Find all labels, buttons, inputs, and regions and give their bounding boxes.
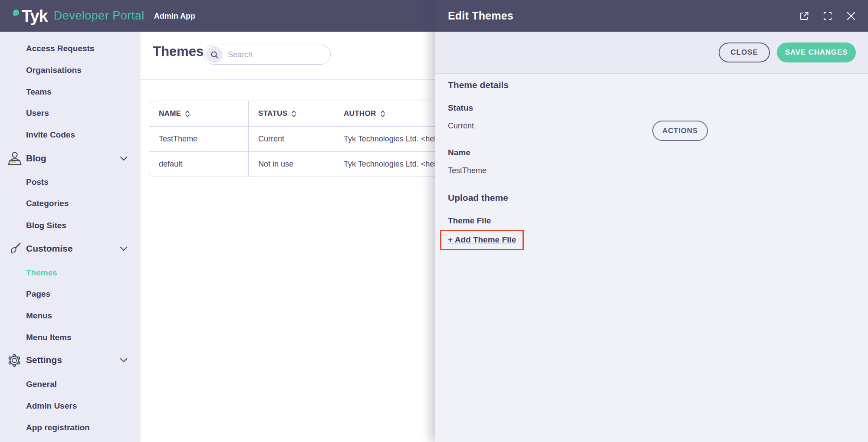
sidebar-section-blog[interactable]: Blog	[0, 147, 140, 169]
sidebar-item-organisations[interactable]: Organisations	[0, 59, 140, 81]
blog-icon	[7, 151, 22, 166]
save-changes-button[interactable]: SAVE CHANGES	[777, 43, 856, 62]
sidebar-item-general[interactable]: General	[0, 373, 140, 395]
sidebar-item-access-requests[interactable]: Access Requests	[0, 38, 140, 59]
drawer-toolbar: CLOSE SAVE CHANGES	[435, 32, 868, 74]
sort-icon[interactable]	[185, 110, 190, 118]
sidebar-item-invite-codes[interactable]: Invite Codes	[0, 124, 140, 146]
search-box[interactable]	[204, 45, 331, 65]
tyk-logo[interactable]: Tyk Developer Portal	[13, 8, 145, 24]
chevron-down-icon[interactable]	[120, 156, 128, 161]
sidebar-section-label: Settings	[26, 355, 62, 365]
chevron-down-icon[interactable]	[120, 358, 128, 363]
sidebar-item-menu-items[interactable]: Menu Items	[0, 327, 140, 348]
drawer-header: Edit Themes	[435, 0, 868, 32]
drawer-title: Edit Themes	[448, 10, 513, 22]
sidebar-item-teams[interactable]: Teams	[0, 81, 140, 103]
status-value: Current	[448, 121, 474, 131]
sidebar-nav: Access Requests Organisations Teams User…	[0, 32, 140, 442]
sidebar-item-blog-sites[interactable]: Blog Sites	[0, 215, 140, 236]
search-input[interactable]	[228, 50, 315, 59]
admin-app-label: Admin App	[154, 11, 195, 21]
close-button[interactable]: CLOSE	[719, 43, 770, 62]
brand-name: Tyk	[22, 8, 48, 24]
sort-icon[interactable]	[291, 110, 296, 118]
edit-themes-drawer: Edit Themes	[435, 0, 868, 442]
expand-icon	[823, 11, 832, 21]
column-header-name[interactable]: NAME	[149, 101, 249, 126]
column-header-status[interactable]: STATUS	[249, 101, 334, 126]
add-theme-file-link[interactable]: + Add Theme File	[448, 235, 516, 244]
cell-name: default	[149, 152, 249, 177]
app-screen: Tyk Developer Portal Admin App Access Re…	[0, 0, 868, 442]
theme-details-heading: Theme details	[448, 80, 509, 90]
sidebar-section-label: Blog	[26, 153, 46, 163]
brand-product: Developer Portal	[54, 9, 145, 23]
theme-file-label: Theme File	[448, 216, 491, 226]
cell-status: Not in use	[249, 152, 334, 177]
sidebar-item-app-registration[interactable]: App registration	[0, 417, 140, 439]
sidebar-item-menus[interactable]: Menus	[0, 305, 140, 327]
drawer-body: Theme details Status Current ACTIONS Nam…	[435, 74, 868, 442]
sidebar-section-label: Customise	[26, 243, 72, 253]
search-icon	[210, 51, 219, 59]
name-label: Name	[448, 148, 470, 157]
drawer-header-icons	[799, 0, 857, 32]
sidebar-item-pages[interactable]: Pages	[0, 283, 140, 305]
upload-theme-heading: Upload theme	[448, 193, 508, 203]
sidebar-item-posts[interactable]: Posts	[0, 171, 140, 193]
sidebar-section-customise[interactable]: Customise	[0, 238, 140, 259]
sidebar-item-admin-users[interactable]: Admin Users	[0, 395, 140, 417]
sidebar-item-themes[interactable]: Themes	[0, 262, 140, 284]
sort-icon[interactable]	[380, 110, 385, 118]
add-theme-file-highlight-box: + Add Theme File	[440, 230, 524, 250]
sidebar-section-settings[interactable]: Settings	[0, 349, 140, 371]
external-link-icon	[799, 11, 809, 21]
sidebar-item-categories[interactable]: Categories	[0, 193, 140, 214]
actions-button[interactable]: ACTIONS	[652, 121, 708, 141]
expand-button[interactable]	[822, 10, 833, 22]
customise-icon	[7, 242, 22, 256]
settings-icon	[7, 353, 22, 368]
status-label: Status	[448, 103, 473, 113]
cell-status: Current	[249, 127, 334, 151]
name-value: TestTheme	[448, 166, 487, 175]
close-drawer-button[interactable]	[845, 10, 857, 22]
chevron-down-icon[interactable]	[120, 246, 128, 251]
sidebar-item-users[interactable]: Users	[0, 102, 140, 124]
page-title: Themes	[153, 44, 204, 59]
close-icon	[846, 11, 856, 21]
search-icon-circle	[206, 46, 223, 63]
tyk-leaf-icon	[13, 10, 19, 16]
cell-name: TestTheme	[149, 127, 249, 151]
open-in-new-window-button[interactable]	[799, 10, 810, 22]
